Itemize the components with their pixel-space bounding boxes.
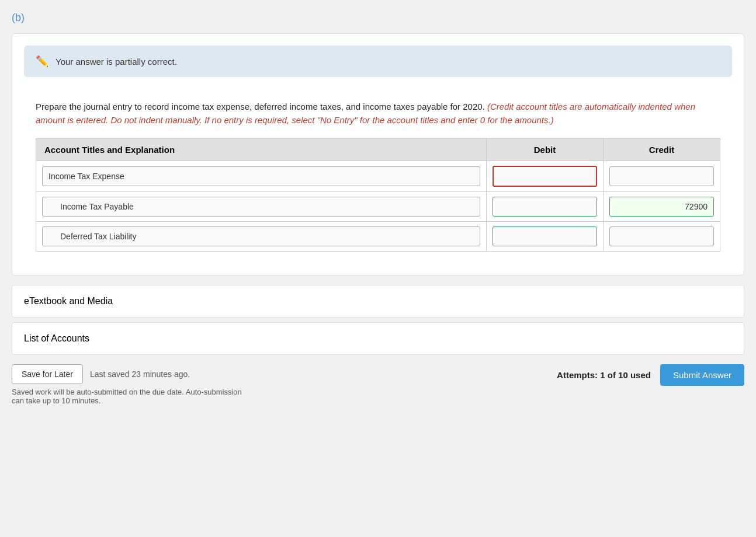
alert-box: ✏️ Your answer is partially correct. [24, 46, 732, 77]
etextbook-label: eTextbook and Media [24, 296, 113, 306]
attempts-text: Attempts: 1 of 10 used [557, 370, 651, 380]
pencil-icon: ✏️ [36, 55, 48, 68]
table-row [36, 222, 720, 252]
debit-cell-3 [487, 222, 604, 252]
credit-input-2[interactable] [609, 197, 714, 217]
page-container: (b) ✏️ Your answer is partially correct.… [0, 0, 756, 537]
account-cell [36, 161, 487, 192]
section-label: (b) [12, 12, 744, 24]
table-row [36, 161, 720, 192]
submit-answer-button[interactable]: Submit Answer [660, 364, 744, 386]
footer: Save for Later Last saved 23 minutes ago… [12, 364, 744, 405]
etextbook-section[interactable]: eTextbook and Media [12, 285, 744, 318]
account-cell [36, 222, 487, 252]
credit-cell-1 [604, 161, 720, 192]
debit-cell-1 [487, 161, 604, 192]
account-title-input-1[interactable] [42, 166, 480, 186]
table-row [36, 192, 720, 222]
journal-table-container: Account Titles and Explanation Debit Cre… [24, 138, 732, 263]
debit-cell-2 [487, 192, 604, 222]
credit-input-3[interactable] [609, 226, 714, 246]
journal-table: Account Titles and Explanation Debit Cre… [36, 138, 720, 252]
main-card: ✏️ Your answer is partially correct. Pre… [12, 33, 744, 276]
column-header-credit: Credit [604, 139, 720, 161]
footer-left: Save for Later Last saved 23 minutes ago… [12, 364, 245, 405]
column-header-debit: Debit [487, 139, 604, 161]
debit-input-3[interactable] [493, 226, 597, 246]
footer-left-top: Save for Later Last saved 23 minutes ago… [12, 364, 245, 384]
column-header-account: Account Titles and Explanation [36, 139, 487, 161]
credit-input-1[interactable] [609, 166, 714, 186]
auto-submit-text: Saved work will be auto-submitted on the… [12, 388, 245, 405]
instructions: Prepare the journal entry to record inco… [24, 89, 732, 127]
debit-input-1[interactable] [493, 166, 597, 187]
list-of-accounts-label: List of Accounts [24, 333, 89, 344]
account-title-input-2[interactable] [42, 197, 480, 217]
debit-input-2[interactable] [493, 197, 597, 217]
instructions-main: Prepare the journal entry to record inco… [36, 102, 485, 111]
footer-right: Attempts: 1 of 10 used Submit Answer [557, 364, 744, 386]
saved-text: Last saved 23 minutes ago. [90, 369, 190, 379]
save-for-later-button[interactable]: Save for Later [12, 364, 83, 384]
alert-text: Your answer is partially correct. [56, 57, 177, 67]
account-title-input-3[interactable] [42, 226, 480, 246]
credit-cell-2 [604, 192, 720, 222]
account-cell [36, 192, 487, 222]
credit-cell-3 [604, 222, 720, 252]
list-of-accounts-section[interactable]: List of Accounts [12, 322, 744, 355]
